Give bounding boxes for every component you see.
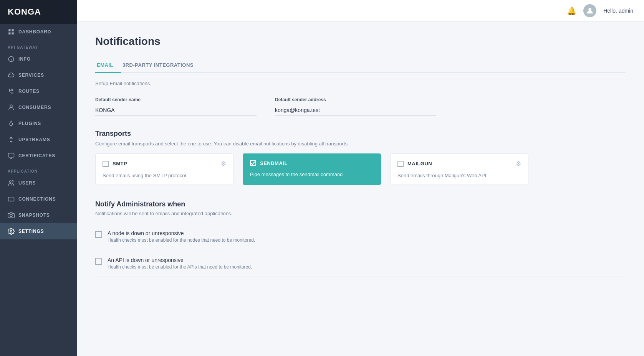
person-icon <box>8 104 15 111</box>
sidebar-item-label: SETTINGS <box>18 229 44 234</box>
topbar: 🔔 Hello, admin <box>77 0 644 21</box>
svg-point-7 <box>10 105 12 107</box>
sender-name-label: Default sender name <box>95 97 257 102</box>
sidebar-item-users[interactable]: USERS <box>0 175 77 191</box>
logo: KONGA <box>0 0 77 24</box>
notify-item-node-down: A node is down or unresponsive Health ch… <box>95 223 626 250</box>
notify-item-node-down-text: A node is down or unresponsive Health ch… <box>108 230 255 243</box>
smtp-header: SMTP ⚙ <box>103 160 226 167</box>
main-wrap: 🔔 Hello, admin Notifications EMAIL 3RD-P… <box>77 0 644 356</box>
page-title: Notifications <box>95 35 626 48</box>
svg-rect-3 <box>12 33 14 35</box>
sidebar-item-label: SNAPSHOTS <box>18 213 50 218</box>
transport-card-mailgun[interactable]: MAILGUN ⚙ Send emails through Mailgun's … <box>390 153 528 185</box>
sidebar-item-label: CONNECTIONS <box>18 196 56 202</box>
transport-cards: SMTP ⚙ Send emails using the SMTP protoc… <box>95 153 626 185</box>
sidebar-item-label: INFO <box>18 56 31 62</box>
notify-item-api-down-text: An API is down or unresponsive Health ch… <box>108 257 252 270</box>
svg-rect-9 <box>8 153 14 157</box>
svg-point-15 <box>10 214 12 217</box>
sender-address-field: Default sender address <box>275 97 436 116</box>
sidebar-item-label: UPSTREAMS <box>18 137 50 142</box>
grid-icon <box>8 28 15 35</box>
sidebar-item-label: USERS <box>18 180 36 186</box>
brand-name: KONGA <box>8 7 41 16</box>
svg-rect-2 <box>8 33 10 35</box>
sendmail-checkbox[interactable] <box>250 160 256 166</box>
sidebar-item-consumers[interactable]: CONSUMERS <box>0 99 77 115</box>
tab-3rd-party[interactable]: 3RD-PARTY INTEGRATIONS <box>121 58 201 73</box>
sidebar-item-snapshots[interactable]: SNAPSHOTS <box>0 207 77 223</box>
notify-api-down-sub: Health checks must be enabled for the AP… <box>108 264 252 270</box>
mailgun-gear-icon[interactable]: ⚙ <box>516 160 521 167</box>
transports-desc: Configure email transports and select th… <box>95 141 626 147</box>
notify-checkbox-api-down[interactable] <box>95 258 102 265</box>
smtp-desc: Send emails using the SMTP protocol <box>103 173 226 178</box>
notify-title: Notify Administrators when <box>95 200 626 208</box>
sidebar-item-routes[interactable]: ROUTES <box>0 83 77 99</box>
svg-rect-0 <box>8 29 10 31</box>
hello-text: Hello, admin <box>603 8 633 14</box>
sidebar-item-plugins[interactable]: PLUGINS <box>0 115 77 132</box>
sidebar-item-label: CONSUMERS <box>18 105 51 110</box>
notify-checkbox-node-down[interactable] <box>95 231 102 238</box>
sender-name-input[interactable] <box>95 105 257 116</box>
tabs: EMAIL 3RD-PARTY INTEGRATIONS <box>95 58 626 73</box>
svg-point-12 <box>10 181 12 183</box>
sidebar-item-label: PLUGINS <box>18 121 41 126</box>
smtp-checkbox[interactable] <box>103 161 109 167</box>
sidebar-item-settings[interactable]: SETTINGS <box>0 223 77 239</box>
transports-title: Transports <box>95 130 626 138</box>
topbar-right: 🔔 Hello, admin <box>567 4 633 17</box>
notify-node-down-sub: Health checks must be enabled for the no… <box>108 237 255 243</box>
sender-address-label: Default sender address <box>275 97 436 102</box>
arrows-icon <box>8 136 15 143</box>
avatar <box>583 4 596 17</box>
screen-icon <box>8 196 15 203</box>
camera-icon <box>8 212 15 219</box>
sendmail-desc: Pipe messages to the sendmail command <box>250 171 374 177</box>
transport-card-smtp[interactable]: SMTP ⚙ Send emails using the SMTP protoc… <box>95 153 233 185</box>
sendmail-name: SENDMAIL <box>260 160 288 166</box>
plug-icon <box>8 120 15 127</box>
sendmail-header: SENDMAIL <box>250 160 374 166</box>
svg-rect-1 <box>12 29 14 31</box>
sidebar-item-upstreams[interactable]: UPSTREAMS <box>0 132 77 148</box>
mailgun-header: MAILGUN ⚙ <box>397 160 521 167</box>
sidebar-item-label: ROUTES <box>18 89 40 94</box>
notify-item-api-down: An API is down or unresponsive Health ch… <box>95 250 626 277</box>
users-icon <box>8 180 15 186</box>
notify-node-down-title: A node is down or unresponsive <box>108 230 255 236</box>
tab-email[interactable]: EMAIL <box>95 58 121 73</box>
svg-rect-13 <box>8 197 14 201</box>
sidebar-item-label: CERTIFICATES <box>18 153 55 158</box>
gear-icon <box>8 228 15 235</box>
transport-card-sendmail[interactable]: SENDMAIL Pipe messages to the sendmail c… <box>243 153 381 185</box>
smtp-gear-icon[interactable]: ⚙ <box>221 160 226 167</box>
monitor-icon <box>8 152 15 159</box>
fork-icon <box>8 88 15 95</box>
notify-api-down-title: An API is down or unresponsive <box>108 257 252 263</box>
notify-desc: Notifications will be sent to emails and… <box>95 211 626 216</box>
svg-point-17 <box>589 8 591 10</box>
sidebar-item-services[interactable]: SERVICES <box>0 67 77 83</box>
smtp-name: SMTP <box>113 161 127 166</box>
sidebar-item-info[interactable]: INFO <box>0 51 77 67</box>
mailgun-title-row: MAILGUN <box>397 161 432 167</box>
sidebar-item-certificates[interactable]: CERTIFICATES <box>0 148 77 164</box>
sidebar-item-label: DASHBOARD <box>18 29 51 35</box>
info-icon <box>8 56 15 63</box>
smtp-title-row: SMTP <box>103 161 127 167</box>
svg-point-16 <box>10 231 12 232</box>
form-row: Default sender name Default sender addre… <box>95 97 626 116</box>
api-gateway-section-label: API GATEWAY <box>0 40 77 51</box>
cloud-icon <box>8 72 15 79</box>
sidebar-item-dashboard[interactable]: DASHBOARD <box>0 24 77 40</box>
mailgun-checkbox[interactable] <box>397 161 404 167</box>
sidebar-item-connections[interactable]: CONNECTIONS <box>0 191 77 207</box>
sender-address-input[interactable] <box>275 105 436 116</box>
bell-icon[interactable]: 🔔 <box>567 6 576 15</box>
mailgun-desc: Send emails through Mailgun's Web API <box>397 173 521 178</box>
sidebar-item-label: SERVICES <box>18 73 44 78</box>
sendmail-title-row: SENDMAIL <box>250 160 288 166</box>
